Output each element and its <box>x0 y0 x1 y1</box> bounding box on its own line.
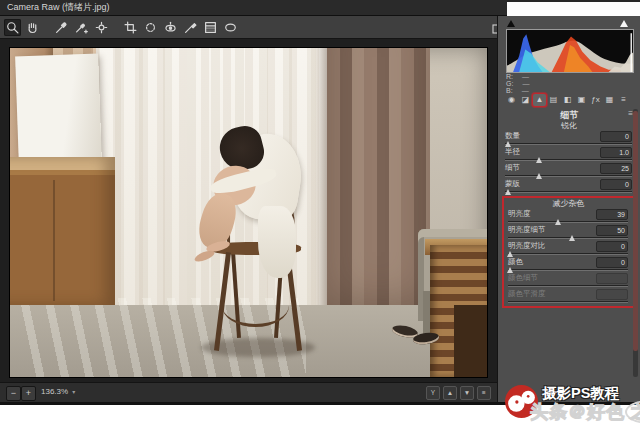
tab-effects[interactable]: ƒx <box>589 94 602 106</box>
color-sampler-tool[interactable] <box>73 19 90 36</box>
white-balance-tool[interactable] <box>53 19 70 36</box>
window-bottom-edge <box>0 402 640 405</box>
photo-wood-cabinet <box>10 157 115 305</box>
status-bar: − + 136.3% ▾ Y▲▼≡ <box>0 382 497 403</box>
tab-tone-curve[interactable]: ◪ <box>519 94 532 106</box>
tab-hsl-grayscale[interactable]: ▤ <box>547 94 560 106</box>
g-value: — <box>522 80 529 87</box>
slider-row: 半径1.0 <box>503 147 635 163</box>
slider-track[interactable] <box>505 188 632 195</box>
g-label: G: <box>506 80 513 87</box>
red-eye-tool[interactable] <box>162 19 179 36</box>
slider-row: 明亮度对比0 <box>506 241 631 257</box>
filmstrip-menu-button[interactable]: ≡ <box>477 386 491 400</box>
radial-filter-tool[interactable] <box>222 19 239 36</box>
slider-row: 数量0 <box>503 131 635 147</box>
targeted-adjustment-tool[interactable] <box>93 19 110 36</box>
slider-track <box>508 298 628 305</box>
tab-detail[interactable]: ▲ <box>533 94 546 106</box>
camera-raw-dialog: Camera Raw (情绪片.jpg) <box>0 0 640 404</box>
watermark-name: 好色 <box>587 402 625 422</box>
section-noise-reduction annotation-box: 减少杂色明亮度39明亮度细节50明亮度对比0颜色0颜色细节颜色平滑度 <box>502 196 635 308</box>
hand-tool[interactable] <box>24 19 41 36</box>
slider-row: 明亮度细节50 <box>506 225 631 241</box>
panel-scrollbar-thumb[interactable] <box>633 111 638 351</box>
shadow-clipping-toggle[interactable] <box>507 20 515 27</box>
tab-lens-corrections[interactable]: ▣ <box>575 94 588 106</box>
zoom-level-value: 136.3% <box>41 387 68 396</box>
b-label: B: <box>506 87 513 94</box>
panel-title-text: 细节 <box>561 110 579 120</box>
rotate-up-button[interactable]: ▲ <box>443 386 457 400</box>
slider-track[interactable] <box>505 140 632 147</box>
crop-tool[interactable] <box>122 19 139 36</box>
watermark-platform: 头条 <box>530 402 568 422</box>
zoom-out-button[interactable]: − <box>6 386 21 401</box>
panel-title: 细节 ≡ <box>504 109 635 120</box>
zoom-tool[interactable] <box>4 19 21 36</box>
r-label: R: <box>506 73 513 80</box>
panel-tabs: ◉◪▲▤◧▣ƒx▦≡ <box>505 94 630 106</box>
spot-removal-tool[interactable] <box>142 19 159 36</box>
title-bar: Camera Raw (情绪片.jpg) <box>0 0 507 16</box>
preview-toggle-button[interactable]: Y <box>426 386 440 400</box>
tab-presets[interactable]: ≡ <box>617 94 630 106</box>
tab-camera-calibration[interactable]: ▦ <box>603 94 616 106</box>
tool-bar <box>0 16 497 39</box>
tab-split-toning[interactable]: ◧ <box>561 94 574 106</box>
preview-area <box>0 39 497 382</box>
slider-track[interactable] <box>508 218 628 225</box>
window-title: Camera Raw (情绪片.jpg) <box>0 0 507 15</box>
slider-row: 颜色细节 <box>506 273 631 289</box>
photo-cabinet-seam <box>53 180 55 302</box>
slider-sections: 锐化数量0半径1.0细节25蒙版0减少杂色明亮度39明亮度细节50明亮度对比0颜… <box>503 121 635 308</box>
photo-right-curtain <box>327 48 430 341</box>
photo-desk-front <box>454 305 487 377</box>
page-background-corner <box>507 2 640 16</box>
rotate-down-button[interactable]: ▼ <box>460 386 474 400</box>
adjustment-brush-tool[interactable] <box>182 19 199 36</box>
panel-scrollbar[interactable] <box>633 109 638 377</box>
zoom-level-select[interactable]: 136.3% ▾ <box>41 387 75 396</box>
image-canvas[interactable] <box>10 48 487 377</box>
film-controls: Y▲▼≡ <box>426 386 491 400</box>
slider-track[interactable] <box>505 172 632 179</box>
screenshot-root: Camera Raw (情绪片.jpg) <box>0 0 640 431</box>
highlight-clipping-toggle[interactable] <box>620 20 628 27</box>
slider-track[interactable] <box>508 250 628 257</box>
section-sharpening: 锐化数量0半径1.0细节25蒙版0 <box>503 121 635 195</box>
zoom-in-button[interactable]: + <box>21 386 36 401</box>
slider-row: 明亮度39 <box>506 209 631 225</box>
slider-track[interactable] <box>505 156 632 163</box>
section-title: 减少杂色 <box>506 199 631 209</box>
tab-basic[interactable]: ◉ <box>505 94 518 106</box>
slider-track[interactable] <box>508 266 628 273</box>
slider-track[interactable] <box>508 234 628 241</box>
photo-fridge <box>15 53 102 164</box>
r-value: — <box>522 73 529 80</box>
slider-track <box>508 282 628 289</box>
slider-row: 颜色平滑度 <box>506 289 631 305</box>
slider-row: 蒙版0 <box>503 179 635 195</box>
slider-thumb[interactable] <box>505 189 511 195</box>
section-title: 锐化 <box>503 121 635 131</box>
rgb-readout: R:— G:— B:— <box>506 73 529 94</box>
watermark-at: ＠ <box>568 402 587 422</box>
slider-row: 颜色0 <box>506 257 631 273</box>
chevron-down-icon: ▾ <box>72 388 75 395</box>
graduated-filter-tool[interactable] <box>202 19 219 36</box>
photo-shirt-drape <box>258 206 296 278</box>
slider-row: 细节25 <box>503 163 635 179</box>
histogram[interactable] <box>506 29 634 73</box>
adjustments-panel: R:— G:— B:— ◉◪▲▤◧▣ƒx▦≡ 细节 ≡ 锐化数量0半径1.0细节… <box>497 16 640 402</box>
b-value: — <box>522 87 529 94</box>
